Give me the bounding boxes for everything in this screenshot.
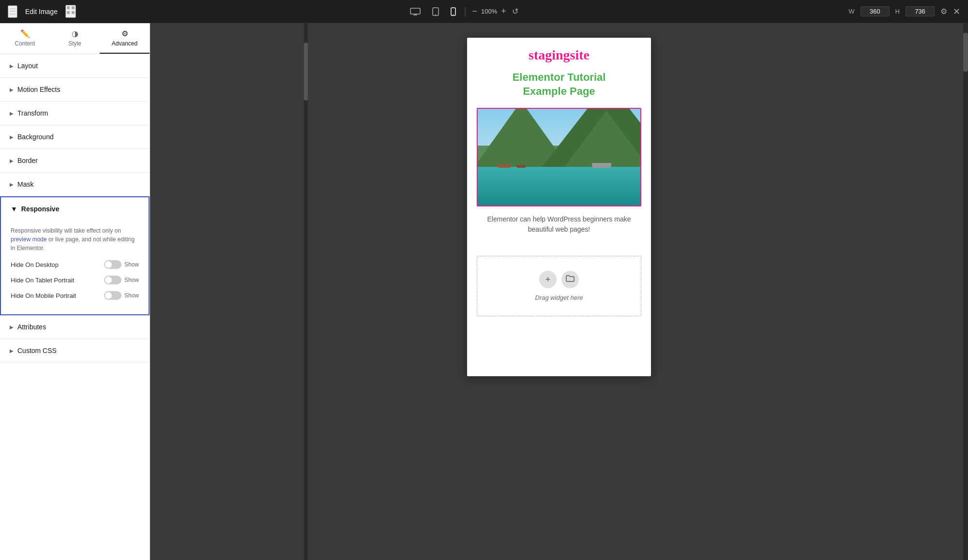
svg-point-10: [453, 14, 454, 15]
svg-point-8: [435, 14, 436, 15]
responsive-content: Responsive visibility will take effect o…: [1, 221, 149, 314]
folder-icon: [566, 275, 575, 285]
transform-label: Transform: [17, 109, 48, 117]
tab-content-label: Content: [15, 40, 35, 47]
svg-rect-2: [67, 11, 70, 14]
zoom-value: 100%: [481, 8, 497, 15]
mobile-btn[interactable]: [447, 5, 460, 18]
responsive-label: Responsive: [21, 205, 60, 213]
hide-tablet-toggle[interactable]: [104, 276, 121, 284]
zoom-out-button[interactable]: −: [470, 6, 480, 16]
panel-items: ▶ Layout ▶ Motion Effects ▶ Transform ▶ …: [0, 54, 150, 560]
hide-desktop-label: Hide On Desktop: [11, 261, 59, 268]
add-from-library-button[interactable]: [561, 271, 579, 288]
section-attributes[interactable]: ▶ Attributes: [0, 315, 150, 339]
hide-tablet-label: Hide On Tablet Portrait: [11, 277, 74, 284]
tab-style-label: Style: [68, 40, 81, 47]
responsive-note: Responsive visibility will take effect o…: [11, 226, 139, 252]
border-label: Border: [17, 157, 38, 164]
svg-rect-4: [410, 8, 420, 14]
chevron-right-icon: ▶: [10, 158, 14, 163]
preview-description: Elementor can help WordPress beginners m…: [477, 214, 641, 235]
section-transform[interactable]: ▶ Transform: [0, 102, 150, 125]
hide-tablet-show-label: Show: [124, 277, 139, 283]
tablet-btn[interactable]: [428, 5, 443, 18]
tab-content[interactable]: ✏️ Content: [0, 23, 50, 54]
zoom-in-button[interactable]: +: [499, 6, 508, 16]
section-background[interactable]: ▶ Background: [0, 125, 150, 149]
background-label: Background: [17, 133, 54, 141]
section-layout[interactable]: ▶ Layout: [0, 54, 150, 78]
hide-mobile-toggle-wrap: Show: [104, 291, 139, 300]
page-title: Edit Image: [25, 8, 58, 15]
zoom-controls: − 100% +: [470, 6, 508, 16]
topbar-center: | − 100% + ↺: [406, 5, 518, 18]
mask-label: Mask: [17, 180, 33, 188]
plus-icon: +: [545, 275, 551, 285]
section-responsive: ▼ Responsive Responsive visibility will …: [0, 196, 150, 315]
preview-inner: stagingsite Elementor Tutorial Example P…: [467, 38, 651, 256]
chevron-right-icon: ▶: [10, 63, 14, 69]
hide-mobile-toggle[interactable]: [104, 291, 121, 300]
height-input[interactable]: [906, 6, 935, 16]
responsive-header[interactable]: ▼ Responsive: [1, 197, 149, 221]
tab-bar: ✏️ Content ◑ Style ⚙ Advanced: [0, 23, 150, 54]
attributes-label: Attributes: [17, 323, 46, 331]
image-display: [478, 109, 640, 206]
drop-zone[interactable]: + Drag widget here: [477, 256, 641, 316]
add-widget-button[interactable]: +: [539, 271, 557, 288]
toggle-row-tablet: Hide On Tablet Portrait Show: [11, 276, 139, 284]
canvas-area: stagingsite Elementor Tutorial Example P…: [150, 23, 968, 560]
svg-rect-3: [72, 11, 75, 14]
svg-rect-0: [67, 6, 70, 9]
chevron-right-icon: ▶: [10, 87, 14, 92]
tab-advanced[interactable]: ⚙ Advanced: [100, 23, 150, 54]
section-custom-css[interactable]: ▶ Custom CSS: [0, 339, 150, 363]
section-motion-effects[interactable]: ▶ Motion Effects: [0, 78, 150, 102]
custom-css-label: Custom CSS: [17, 347, 57, 354]
page-heading: Elementor Tutorial Example Page: [477, 71, 641, 98]
motion-effects-label: Motion Effects: [17, 86, 60, 93]
desktop-btn[interactable]: [406, 6, 424, 17]
toggle-row-mobile: Hide On Mobile Portrait Show: [11, 291, 139, 300]
main-layout: ✏️ Content ◑ Style ⚙ Advanced ▶ Layout ▶…: [0, 23, 968, 560]
chevron-right-icon: ▶: [10, 111, 14, 116]
chevron-right-icon: ▶: [10, 348, 14, 354]
drop-zone-label: Drag widget here: [535, 294, 583, 301]
tab-advanced-label: Advanced: [112, 40, 137, 47]
svg-rect-1: [72, 6, 75, 9]
image-widget[interactable]: [477, 108, 641, 206]
page-preview: stagingsite Elementor Tutorial Example P…: [467, 38, 651, 376]
width-input[interactable]: [861, 6, 890, 16]
tab-style[interactable]: ◑ Style: [50, 23, 100, 54]
drop-zone-buttons: +: [539, 271, 579, 288]
topbar-left: ☰ Edit Image: [8, 5, 76, 18]
layout-label: Layout: [17, 62, 38, 70]
hide-mobile-show-label: Show: [124, 292, 139, 299]
responsive-note-text: Responsive visibility will take effect o…: [11, 227, 121, 234]
hide-desktop-toggle[interactable]: [104, 260, 121, 269]
undo-button[interactable]: ↺: [512, 7, 518, 16]
hide-desktop-toggle-wrap: Show: [104, 260, 139, 269]
topbar-right: W H ⚙ ✕: [848, 6, 960, 17]
section-border[interactable]: ▶ Border: [0, 149, 150, 173]
topbar: ☰ Edit Image: [0, 0, 968, 23]
hide-desktop-show-label: Show: [124, 261, 139, 268]
chevron-right-icon: ▶: [10, 182, 14, 187]
hamburger-button[interactable]: ☰: [8, 5, 17, 18]
close-button[interactable]: ✕: [953, 6, 960, 17]
site-title: stagingsite: [477, 47, 641, 63]
height-label: H: [895, 8, 900, 15]
pencil-icon: ✏️: [20, 29, 30, 38]
chevron-down-icon: ▼: [11, 205, 17, 213]
hide-tablet-toggle-wrap: Show: [104, 276, 139, 284]
width-label: W: [848, 8, 854, 15]
toggle-row-desktop: Hide On Desktop Show: [11, 260, 139, 269]
hide-mobile-label: Hide On Mobile Portrait: [11, 292, 76, 299]
settings-button[interactable]: ⚙: [940, 7, 947, 16]
gear-icon: ⚙: [121, 29, 128, 38]
grid-button[interactable]: [65, 5, 76, 18]
preview-mode-link[interactable]: preview mode: [11, 236, 47, 243]
chevron-right-icon: ▶: [10, 134, 14, 140]
section-mask[interactable]: ▶ Mask: [0, 173, 150, 196]
